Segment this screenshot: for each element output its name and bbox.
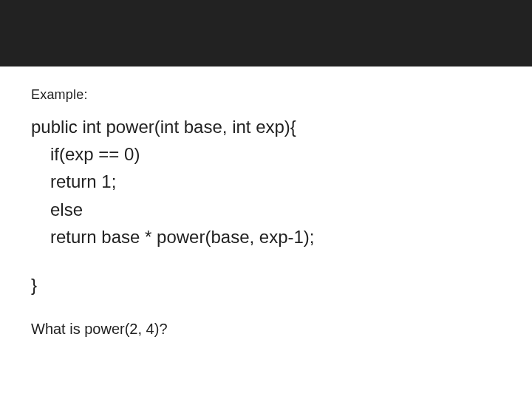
question-text: What is power(2, 4)? [31, 321, 501, 338]
slide: Example: public int power(int base, int … [0, 0, 532, 399]
title-bar [0, 0, 532, 66]
spacer [31, 250, 501, 271]
code-line-5: return base * power(base, exp-1); [31, 223, 501, 250]
slide-content: Example: public int power(int base, int … [0, 66, 532, 338]
example-label: Example: [31, 87, 501, 103]
code-line-6: } [31, 271, 501, 299]
code-line-3: return 1; [31, 168, 501, 195]
code-line-1: public int power(int base, int exp){ [31, 113, 501, 140]
code-line-2: if(exp == 0) [31, 140, 501, 168]
code-line-4: else [31, 196, 501, 223]
